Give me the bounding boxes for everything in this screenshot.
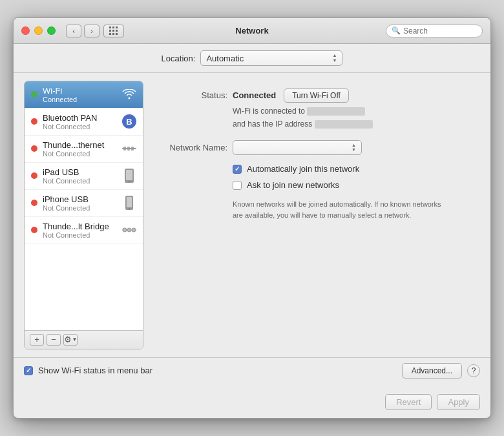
stepper-down-icon: ▼ <box>332 58 337 63</box>
sidebar-toolbar: + − ⚙ ▼ <box>25 330 143 349</box>
thunderbolt-eth-dot <box>31 145 37 152</box>
show-wifi-label: Show Wi-Fi status in menu bar <box>38 366 152 375</box>
status-row: Status: Connected Turn Wi-Fi Off <box>162 88 470 103</box>
network-name-row: Network Name: ▲ ▼ <box>162 140 470 155</box>
right-panel: Status: Connected Turn Wi-Fi Off Wi-Fi i… <box>151 81 480 349</box>
ipad-dot <box>31 172 37 179</box>
sidebar-item-thunderbolt-eth[interactable]: Thunde...thernet Not Connected <box>25 136 143 163</box>
ipad-text: iPad USB Not Connected <box>43 167 118 185</box>
auto-join-row: Automatically join this network <box>233 164 470 174</box>
location-bar: Location: Automatic ▲ ▼ <box>14 44 490 72</box>
wifi-info-ip: and has the IP address <box>233 118 470 130</box>
svg-point-12 <box>127 228 131 232</box>
location-value: Automatic <box>206 54 330 63</box>
iphone-name: iPhone USB <box>43 194 118 204</box>
network-window: ‹ › Network 🔍 Location: Automatic ▲ ▼ <box>13 17 491 418</box>
wifi-item-text: Wi-Fi Connected <box>43 86 118 103</box>
wifi-info: Wi-Fi is connected to <box>233 105 470 117</box>
show-wifi-row: Show Wi-Fi status in menu bar <box>24 366 152 375</box>
thunderbolt-bridge-status: Not Connected <box>43 231 118 239</box>
window-title: Network <box>235 26 268 36</box>
bottom-bar: Show Wi-Fi status in menu bar Advanced..… <box>14 357 490 389</box>
auto-join-label: Automatically join this network <box>247 164 359 174</box>
sidebar-item-iphone[interactable]: iPhone USB Not Connected <box>25 190 143 217</box>
revert-button[interactable]: Revert <box>385 394 432 410</box>
network-name-label: Network Name: <box>162 143 233 152</box>
ipad-status: Not Connected <box>43 177 118 185</box>
location-label: Location: <box>162 54 196 63</box>
sidebar-item-thunderbolt-bridge[interactable]: Thunde...lt Bridge Not Connected <box>25 217 143 244</box>
close-button[interactable] <box>21 26 30 35</box>
wifi-item-status: Connected <box>43 96 118 103</box>
network-name-select[interactable]: ▲ ▼ <box>233 140 362 155</box>
svg-rect-3 <box>122 148 136 149</box>
search-box[interactable]: 🔍 <box>386 25 483 37</box>
svg-point-9 <box>129 208 130 209</box>
sidebar-item-bluetooth[interactable]: Bluetooth PAN Not Connected B <box>25 109 143 136</box>
wifi-ip-blurred <box>315 120 373 129</box>
network-stepper-down: ▼ <box>352 147 356 152</box>
show-wifi-checkbox[interactable] <box>24 366 33 375</box>
thunderbolt-bridge-dot <box>31 227 37 233</box>
maximize-button[interactable] <box>47 26 56 35</box>
svg-point-13 <box>132 228 136 232</box>
action-buttons: Revert Apply <box>14 389 490 418</box>
network-name-stepper: ▲ ▼ <box>352 143 356 152</box>
gear-icon: ⚙ <box>64 335 72 344</box>
iphone-icon <box>122 196 136 210</box>
network-settings-button[interactable]: ⚙ ▼ <box>63 334 78 346</box>
wifi-icon <box>122 87 136 101</box>
ipad-name: iPad USB <box>43 167 118 177</box>
main-content: Wi-Fi Connected <box>14 73 490 357</box>
sidebar-list: Wi-Fi Connected <box>25 81 143 330</box>
thunderbolt-eth-status: Not Connected <box>43 150 118 158</box>
grid-button[interactable] <box>103 25 124 37</box>
bluetooth-symbol: B <box>122 114 136 129</box>
wifi-network-name-blurred <box>307 107 365 116</box>
search-input[interactable] <box>403 26 477 36</box>
bluetooth-icon: B <box>122 114 136 129</box>
network-note: Known networks will be joined automatica… <box>233 199 452 220</box>
iphone-status: Not Connected <box>43 204 118 212</box>
svg-point-6 <box>129 181 130 182</box>
search-icon: 🔍 <box>392 26 401 35</box>
ask-join-checkbox[interactable] <box>233 181 242 190</box>
bluetooth-item-text: Bluetooth PAN Not Connected <box>43 113 118 130</box>
status-label: Status: <box>162 90 233 100</box>
bluetooth-item-status: Not Connected <box>43 123 118 130</box>
thunderbolt-eth-icon <box>122 141 136 156</box>
bluetooth-status-dot <box>31 118 37 125</box>
advanced-button[interactable]: Advanced... <box>402 363 462 379</box>
network-stepper-up: ▲ <box>352 143 356 148</box>
remove-network-button[interactable]: − <box>47 334 61 346</box>
thunderbolt-bridge-name: Thunde...lt Bridge <box>43 222 118 231</box>
back-button[interactable]: ‹ <box>66 25 81 37</box>
apply-button[interactable]: Apply <box>437 394 480 410</box>
auto-join-checkbox[interactable] <box>233 165 242 174</box>
wifi-item-name: Wi-Fi <box>43 86 118 96</box>
ipad-icon <box>122 169 136 183</box>
location-select[interactable]: Automatic ▲ ▼ <box>200 50 342 65</box>
gear-chevron-icon: ▼ <box>72 337 78 342</box>
ask-join-row: Ask to join new networks <box>233 180 470 190</box>
wifi-ip-text: and has the IP address <box>233 119 312 129</box>
bottom-row: Show Wi-Fi status in menu bar Advanced..… <box>24 363 480 379</box>
title-bar: ‹ › Network 🔍 <box>14 18 490 44</box>
ask-join-label: Ask to join new networks <box>247 180 339 190</box>
sidebar-item-ipad[interactable]: iPad USB Not Connected <box>25 163 143 190</box>
wifi-connected-text1: Wi-Fi is connected to <box>233 107 305 116</box>
wifi-status-dot <box>31 91 37 98</box>
status-value: Connected <box>233 90 276 100</box>
minimize-button[interactable] <box>34 26 43 35</box>
iphone-text: iPhone USB Not Connected <box>43 194 118 212</box>
thunderbolt-bridge-icon <box>122 223 136 237</box>
grid-icon <box>109 26 118 36</box>
svg-point-11 <box>123 228 127 232</box>
forward-button[interactable]: › <box>84 25 100 37</box>
turn-wifi-off-button[interactable]: Turn Wi-Fi Off <box>284 88 349 103</box>
add-network-button[interactable]: + <box>30 334 44 346</box>
help-button[interactable]: ? <box>467 364 480 377</box>
sidebar-item-wifi[interactable]: Wi-Fi Connected <box>25 81 143 109</box>
nav-buttons: ‹ › <box>66 25 100 37</box>
thunderbolt-eth-name: Thunde...thernet <box>43 140 118 150</box>
